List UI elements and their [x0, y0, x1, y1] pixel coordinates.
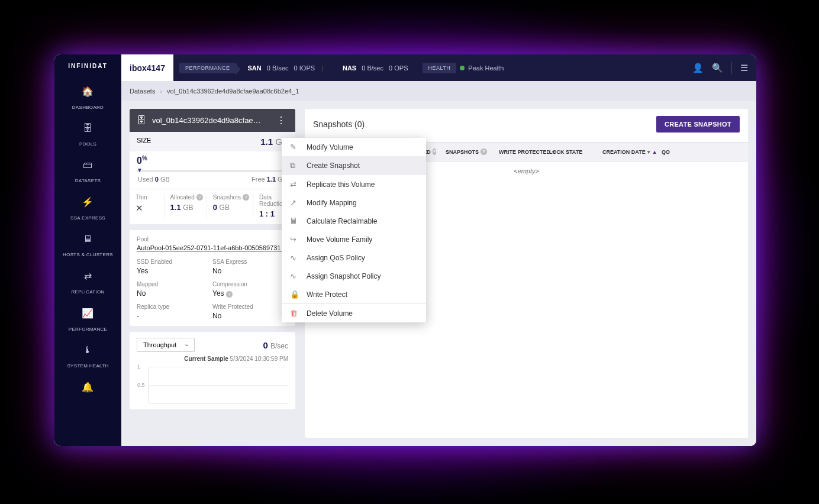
menu-item-move-volume-family[interactable]: ↪Move Volume Family [282, 230, 426, 248]
brand-logo: INFINIDAT [68, 54, 108, 80]
health-badge[interactable]: HEALTH [423, 63, 457, 73]
breadcrumb: Datasets › vol_0b14c33962de4d9a8cfae9aa0… [121, 81, 756, 101]
sidebar-icon: ⚡ [63, 196, 113, 208]
context-menu: ✎Modify Volume⧉Create Snapshot⇄Replicate… [282, 138, 426, 322]
sidebar-icon: 🔔 [63, 382, 113, 393]
help-icon[interactable]: ? [243, 194, 249, 201]
snapshots-title: Snapshots (0) [313, 119, 365, 129]
menu-item-label: Delete Volume [307, 309, 353, 318]
filter-icon[interactable]: ▾ [647, 149, 650, 155]
system-name[interactable]: ibox4147 [121, 54, 173, 81]
column-header[interactable]: SNAPSHOTS ? [441, 143, 494, 161]
menu-item-label: Modify Mapping [307, 199, 357, 207]
info-card: Pool AutoPool-015ee252-0791-11ef-a6bb-00… [130, 230, 295, 326]
sidebar-label: HOSTS & CLUSTERS [63, 252, 113, 257]
sidebar-label: DASHBOARD [72, 105, 104, 110]
create-snapshot-button[interactable]: CREATE SNAPSHOT [656, 116, 740, 133]
column-header[interactable]: QO [657, 143, 681, 161]
menu-item-delete-volume[interactable]: 🗑Delete Volume [282, 304, 426, 322]
menu-item-modify-volume[interactable]: ✎Modify Volume [282, 138, 426, 156]
sidebar-label: DATASETS [75, 178, 101, 183]
menu-item-label: Write Protect [307, 290, 347, 299]
menu-item-icon: 🔒 [290, 290, 301, 299]
pool-link[interactable]: AutoPool-015ee252-0791-11ef-a6bb-0050569… [137, 244, 288, 251]
column-header[interactable]: LOCK STATE [544, 143, 598, 161]
menu-item-label: Create Snapshot [307, 161, 360, 170]
menu-item-write-protect[interactable]: 🔒Write Protect [282, 285, 426, 303]
search-icon[interactable]: 🔍 [712, 63, 723, 73]
menu-item-assign-snapshot-policy[interactable]: ∿Assign Snapshot Policy [282, 267, 426, 285]
nas-metrics: NAS 0 B/sec 0 OPS [343, 64, 408, 72]
column-header[interactable]: WRITE PROTECTED ▾ [494, 143, 544, 161]
sidebar-item-system-health[interactable]: 🌡SYSTEM HEALTH [60, 339, 115, 376]
menu-item-icon: ∿ [290, 272, 301, 280]
menu-item-replicate-this-volume[interactable]: ⇄Replicate this Volume [282, 175, 426, 193]
sidebar-label: PERFORMANCE [69, 327, 108, 332]
menu-item-create-snapshot[interactable]: ⧉Create Snapshot [282, 156, 426, 175]
sidebar-icon: 🗃 [63, 160, 113, 170]
menu-item-label: Modify Volume [307, 143, 353, 151]
menu-item-label: Assign Snapshot Policy [307, 272, 381, 280]
sidebar-item-hosts-clusters[interactable]: 🖥HOSTS & CLUSTERS [60, 228, 115, 264]
size-card: SIZE 1.1 GB 0% ▼ Used 0 GB Free 1.1 GB T… [130, 132, 295, 224]
metric-select[interactable]: Throughput [137, 338, 195, 352]
user-icon[interactable]: 👤 [692, 63, 704, 73]
column-header[interactable]: CREATION DATE ▾ ▲ [598, 143, 657, 161]
menu-item-icon: 🗑 [290, 309, 301, 318]
volume-name: vol_0b14c33962de4d9a8cfae… [152, 116, 274, 125]
help-icon[interactable]: ? [481, 148, 487, 155]
menu-item-icon: 🖩 [290, 217, 301, 225]
sidebar-icon: 🖥 [63, 234, 113, 244]
menu-item-icon: ✎ [290, 143, 301, 151]
sidebar-label: SYSTEM HEALTH [67, 363, 108, 369]
size-label: SIZE [137, 137, 151, 147]
health-status-text: Peak Health [468, 64, 504, 72]
breadcrumb-current: vol_0b14c33962de4d9a8cfae9aa08c6b2e4_1 [167, 88, 299, 95]
chart-area: 1 0.5 [149, 367, 288, 403]
performance-badge[interactable]: PERFORMANCE [179, 63, 236, 73]
help-icon[interactable]: ? [196, 194, 203, 201]
sidebar-label: POOLS [79, 141, 96, 147]
sidebar-item-pools[interactable]: 🗄POOLS [60, 117, 115, 154]
sidebar-label: REPLICATION [71, 289, 104, 295]
menu-item-icon: ↗ [290, 198, 301, 207]
menu-item-icon: ⧉ [290, 161, 301, 170]
help-icon[interactable]: ? [433, 148, 436, 155]
sidebar-item-performance[interactable]: 📈PERFORMANCE [60, 302, 115, 339]
sidebar-icon: 📈 [63, 308, 113, 319]
menu-item-modify-mapping[interactable]: ↗Modify Mapping [282, 193, 426, 212]
sidebar-item-ssa-express[interactable]: ⚡SSA EXPRESS [60, 190, 115, 228]
menu-item-icon: ∿ [290, 253, 301, 262]
sidebar-icon: 🗄 [63, 123, 113, 134]
menu-item-icon: ⇄ [290, 180, 301, 189]
sidebar-item-alerts[interactable]: 🔔 [60, 376, 115, 402]
sidebar-icon: 🌡 [63, 345, 113, 356]
sidebar-label: SSA EXPRESS [70, 215, 105, 221]
menu-item-label: Calculate Reclaimable [307, 217, 377, 225]
menu-item-label: Assign QoS Policy [307, 254, 365, 262]
menu-item-label: Replicate this Volume [307, 180, 375, 189]
sidebar-icon: ⇄ [63, 270, 113, 282]
help-icon[interactable]: ? [226, 291, 233, 298]
san-metrics: SAN 0 B/sec 0 IOPS [247, 64, 315, 72]
sidebar: INFINIDAT 🏠DASHBOARD🗄POOLS🗃DATASETS⚡SSA … [54, 54, 121, 446]
sidebar-item-datasets[interactable]: 🗃DATASETS [60, 154, 115, 190]
sidebar-item-dashboard[interactable]: 🏠DASHBOARD [60, 80, 115, 117]
volume-actions-button[interactable]: ⋮ [274, 115, 288, 126]
menu-item-label: Move Volume Family [307, 235, 372, 244]
menu-item-icon: ↪ [290, 235, 301, 244]
volume-header: 🗄 vol_0b14c33962de4d9a8cfae… ⋮ [130, 109, 295, 132]
thin-off-icon: ✕ [136, 203, 160, 214]
chart-card: Throughput 0 B/sec Current Sample 5/3/20… [130, 332, 295, 409]
sidebar-icon: 🏠 [63, 86, 113, 97]
health-status-dot [460, 66, 465, 70]
sidebar-item-replication[interactable]: ⇄REPLICATION [60, 264, 115, 302]
breadcrumb-root[interactable]: Datasets [130, 88, 155, 95]
menu-item-calculate-reclaimable[interactable]: 🖩Calculate Reclaimable [282, 212, 426, 230]
menu-item-assign-qos-policy[interactable]: ∿Assign QoS Policy [282, 248, 426, 267]
menu-icon[interactable]: ☰ [740, 63, 748, 73]
topbar: ibox4147 PERFORMANCE SAN 0 B/sec 0 IOPS … [121, 54, 756, 81]
volume-icon: 🗄 [137, 115, 146, 126]
